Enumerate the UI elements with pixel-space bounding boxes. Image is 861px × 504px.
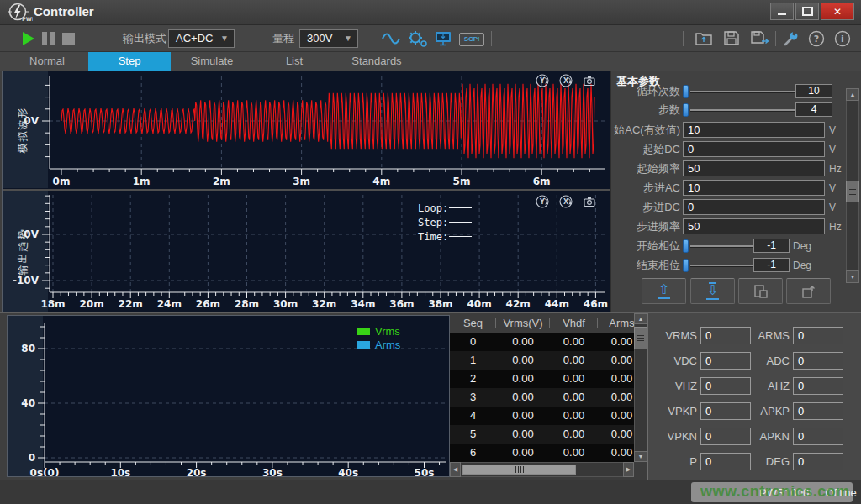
meas-field-adc[interactable]: 0 (793, 352, 843, 370)
snapshot-camera-icon[interactable] (583, 74, 597, 87)
svg-text:0s(0): 0s(0) (30, 467, 60, 476)
param-input-3[interactable]: 0 (683, 141, 825, 157)
close-button[interactable]: ✕ (821, 3, 854, 20)
meas-label-vrms: VRMS (648, 328, 697, 344)
run-button[interactable] (23, 32, 34, 45)
range-select[interactable]: 300V ▼ (299, 29, 358, 48)
slider-track-1[interactable] (690, 109, 795, 112)
tab-step[interactable]: Step (88, 52, 171, 71)
slider-thumb-1[interactable] (683, 103, 689, 117)
scroll-right-arrow[interactable]: ▶ (623, 462, 634, 477)
unit-label: V (829, 200, 836, 215)
meas-field-apkn[interactable]: 0 (793, 428, 843, 445)
stop-button[interactable] (62, 33, 75, 45)
cell: 0.00 (598, 370, 634, 388)
param-input-4[interactable]: 50 (683, 160, 825, 176)
column-header-arms[interactable]: Arms (598, 313, 634, 333)
slider-track-0[interactable] (690, 91, 795, 93)
svg-text:30m: 30m (273, 298, 298, 310)
autoscale-x-icon[interactable]: X (559, 195, 573, 208)
table-row[interactable]: 20.000.000.00 (450, 370, 634, 388)
param-label-6: 步进DC (611, 200, 680, 215)
autoscale-x-icon[interactable]: X (559, 74, 573, 87)
svg-text:0: 0 (29, 452, 35, 464)
scroll-left-arrow[interactable]: ◀ (450, 462, 461, 477)
remote-monitor-icon[interactable] (434, 30, 454, 47)
table-row[interactable]: 60.000.000.00 (450, 444, 634, 462)
table-row[interactable]: 40.000.000.00 (450, 407, 634, 425)
table-row[interactable]: 30.000.000.00 (450, 388, 634, 407)
waveform-display-icon[interactable] (380, 30, 402, 47)
meas-label-ahz: AHZ (741, 379, 790, 394)
move-down-button[interactable]: ⇩ (690, 278, 735, 304)
slider-value-0[interactable]: 10 (795, 84, 832, 98)
tab-normal[interactable]: Normal (6, 52, 88, 71)
load-sequence-button[interactable] (786, 278, 831, 304)
meas-field-deg[interactable]: 0 (793, 453, 843, 470)
scpi-icon[interactable]: SCPI (459, 33, 484, 46)
output-mode-select[interactable]: AC+DC ▼ (168, 29, 235, 48)
svg-text:-10V: -10V (13, 275, 40, 286)
unit-label: Deg (793, 258, 811, 273)
svg-text:1m: 1m (133, 176, 151, 187)
slider-track-8[interactable] (690, 245, 753, 248)
autoscale-y-icon[interactable]: Y (536, 195, 550, 208)
info-icon[interactable]: i (834, 30, 852, 48)
slider-value-1[interactable]: 4 (795, 102, 832, 117)
save-sequence-button[interactable] (738, 278, 783, 304)
meas-field-apkp[interactable]: 0 (793, 402, 843, 420)
snapshot-camera-icon[interactable] (583, 195, 597, 208)
save-as-icon[interactable] (750, 30, 770, 46)
trend-step-readout: Step: (418, 215, 472, 229)
column-header-seq[interactable]: Seq (450, 313, 496, 333)
column-header-vrmsv[interactable]: Vrms(V) (496, 313, 550, 333)
minimize-button[interactable] (770, 3, 794, 20)
param-scroll-thumb[interactable] (846, 181, 859, 202)
settings-gear-icon[interactable] (407, 30, 429, 48)
table-row[interactable]: 00.000.000.00 (450, 333, 634, 351)
meas-field-arms[interactable]: 0 (793, 327, 843, 344)
autoscale-y-icon[interactable]: Y (536, 74, 550, 87)
svg-text:X: X (563, 198, 569, 206)
tab-list[interactable]: List (253, 52, 335, 71)
svg-text:22m: 22m (119, 298, 143, 310)
param-input-6[interactable]: 0 (683, 199, 825, 215)
tab-standards[interactable]: Standards (335, 52, 418, 71)
param-input-2[interactable]: 10 (683, 122, 825, 138)
param-input-7[interactable]: 50 (683, 218, 825, 234)
move-up-button[interactable]: ⇧ (642, 278, 686, 304)
scroll-down-arrow[interactable]: ▼ (846, 270, 859, 283)
param-label-4: 起始频率 (611, 161, 680, 176)
table-row[interactable]: 10.000.000.00 (450, 351, 634, 370)
watermark-text: www.cntronics.com (700, 483, 850, 501)
slider-track-9[interactable] (690, 265, 753, 267)
slider-thumb-9[interactable] (683, 259, 689, 272)
tools-wrench-icon[interactable] (782, 30, 800, 48)
column-header-vhdf[interactable]: Vhdf (550, 313, 598, 333)
cell: 6 (450, 444, 496, 462)
table-row[interactable]: 50.000.000.00 (450, 425, 634, 444)
scroll-up-arrow[interactable]: ▲ (846, 88, 859, 101)
svg-text:18m: 18m (40, 298, 65, 310)
scroll-down-arrow[interactable]: ▼ (634, 451, 647, 462)
scroll-up-arrow[interactable]: ▲ (634, 313, 647, 324)
table-vscroll-thumb[interactable] (634, 327, 647, 349)
table-hscroll-thumb[interactable] (462, 465, 576, 475)
param-input-5[interactable]: 10 (683, 180, 825, 196)
pause-button[interactable] (42, 32, 47, 45)
save-icon[interactable] (723, 30, 740, 46)
open-file-icon[interactable] (695, 30, 713, 46)
slider-thumb-0[interactable] (683, 85, 689, 98)
help-icon[interactable]: ? (808, 30, 826, 48)
maximize-button[interactable] (795, 3, 819, 20)
svg-text:36m: 36m (389, 298, 414, 310)
mode-tab-bar: NormalStepSimulateListStandards (0, 52, 861, 71)
meas-field-ahz[interactable]: 0 (793, 377, 843, 395)
slider-value-8[interactable]: -1 (753, 239, 790, 253)
slider-thumb-8[interactable] (683, 239, 689, 253)
slider-value-9[interactable]: -1 (753, 258, 790, 272)
cell: 0.00 (550, 425, 598, 444)
separator (683, 31, 684, 46)
tab-simulate[interactable]: Simulate (171, 52, 253, 71)
cell: 0 (450, 333, 496, 351)
